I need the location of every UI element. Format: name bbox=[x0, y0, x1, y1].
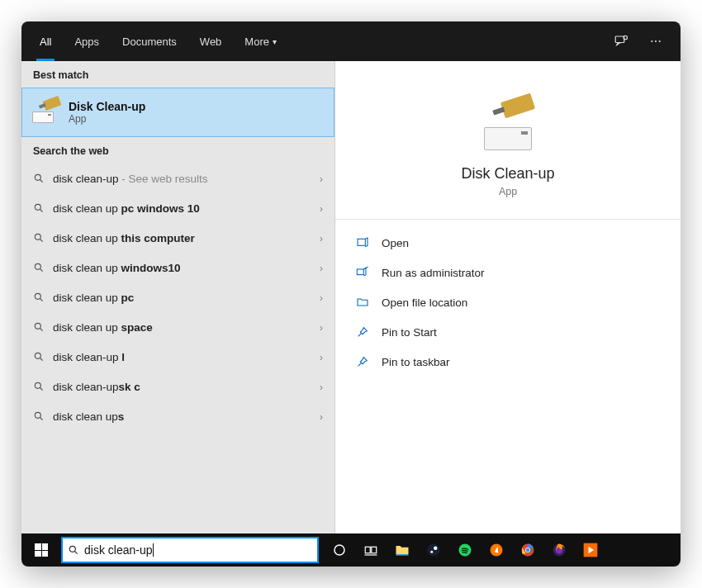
svg-point-19 bbox=[35, 382, 40, 388]
open-icon bbox=[355, 235, 370, 250]
taskbar-explorer-icon[interactable] bbox=[387, 533, 418, 567]
web-suggestion[interactable]: disk clean ups› bbox=[21, 401, 334, 431]
svg-point-13 bbox=[35, 293, 40, 299]
taskbar-chrome-icon[interactable] bbox=[512, 533, 543, 567]
svg-line-10 bbox=[40, 239, 43, 242]
preview-app-icon bbox=[479, 101, 537, 150]
svg-line-12 bbox=[40, 269, 43, 272]
search-web-label: Search the web bbox=[21, 137, 334, 164]
taskbar-search[interactable]: disk clean-up bbox=[61, 537, 319, 563]
svg-point-21 bbox=[35, 412, 40, 418]
preview-panel: Disk Clean-up App OpenRun as administrat… bbox=[335, 61, 681, 533]
admin-icon bbox=[355, 265, 370, 280]
pin-icon bbox=[355, 325, 370, 339]
tab-more[interactable]: More▾ bbox=[233, 21, 288, 61]
folder-icon bbox=[355, 295, 370, 310]
taskbar-cortana-icon[interactable] bbox=[324, 533, 355, 567]
search-icon bbox=[63, 544, 84, 556]
svg-point-33 bbox=[430, 551, 433, 553]
svg-line-20 bbox=[40, 388, 43, 391]
action-pin-to-start[interactable]: Pin to Start bbox=[335, 317, 681, 347]
web-suggestion[interactable]: disk clean up space› bbox=[21, 312, 334, 342]
tab-web[interactable]: Web bbox=[188, 21, 234, 61]
svg-point-32 bbox=[434, 547, 438, 551]
action-pin-to-taskbar[interactable]: Pin to taskbar bbox=[335, 347, 681, 377]
action-run-as-administrator[interactable]: Run as administrator bbox=[335, 258, 681, 287]
svg-point-2 bbox=[651, 40, 652, 42]
best-match-sub: App bbox=[69, 113, 145, 125]
start-button[interactable] bbox=[21, 533, 61, 567]
svg-line-18 bbox=[40, 358, 43, 361]
action-open-file-location[interactable]: Open file location bbox=[335, 287, 681, 317]
svg-point-31 bbox=[428, 544, 440, 557]
taskbar-firefox-icon[interactable] bbox=[543, 533, 575, 567]
web-suggestion[interactable]: disk clean up this computer› bbox=[21, 223, 334, 253]
action-open[interactable]: Open bbox=[335, 228, 681, 258]
web-suggestion[interactable]: disk clean-upsk c› bbox=[21, 372, 334, 401]
taskbar-steam-icon[interactable] bbox=[418, 533, 449, 567]
best-match-title: Disk Clean-up bbox=[69, 100, 145, 113]
svg-rect-0 bbox=[615, 36, 624, 43]
svg-point-25 bbox=[69, 546, 75, 552]
svg-point-7 bbox=[35, 204, 40, 210]
tab-documents[interactable]: Documents bbox=[111, 21, 188, 61]
disk-cleanup-icon bbox=[32, 102, 60, 123]
preview-title: Disk Clean-up bbox=[461, 165, 554, 183]
svg-line-16 bbox=[40, 329, 43, 331]
taskbar-spotify-icon[interactable] bbox=[449, 533, 481, 567]
svg-line-6 bbox=[40, 180, 43, 183]
pin-icon bbox=[355, 354, 370, 369]
web-suggestion[interactable]: disk clean-up l› bbox=[21, 342, 334, 372]
best-match-item[interactable]: Disk Clean-up App bbox=[21, 88, 334, 137]
feedback-icon[interactable] bbox=[611, 31, 631, 51]
web-suggestion[interactable]: disk clean-up - See web results› bbox=[21, 164, 334, 193]
preview-sub: App bbox=[499, 186, 517, 197]
best-match-label: Best match bbox=[21, 61, 334, 88]
results-panel: Best match Disk Clean-up App Search the … bbox=[21, 61, 335, 533]
svg-point-38 bbox=[526, 548, 530, 552]
web-suggestion[interactable]: disk clean up windows10› bbox=[21, 253, 334, 282]
svg-point-27 bbox=[334, 545, 344, 555]
svg-point-11 bbox=[35, 263, 40, 269]
tab-all[interactable]: All bbox=[28, 21, 63, 61]
svg-point-4 bbox=[659, 40, 661, 42]
svg-line-8 bbox=[40, 210, 43, 212]
more-options-icon[interactable] bbox=[646, 31, 666, 51]
windows-logo-icon bbox=[35, 543, 48, 557]
svg-rect-29 bbox=[372, 547, 377, 553]
svg-line-14 bbox=[40, 299, 43, 301]
svg-point-5 bbox=[35, 174, 40, 180]
search-value: disk clean-up bbox=[84, 543, 153, 557]
svg-point-17 bbox=[35, 353, 40, 358]
taskbar-avast-icon[interactable] bbox=[481, 533, 512, 567]
taskbar-groove-icon[interactable] bbox=[575, 533, 606, 567]
search-tabs: All Apps Documents Web More▾ bbox=[21, 21, 681, 61]
taskbar: disk clean-up bbox=[21, 533, 681, 567]
taskbar-taskview-icon[interactable] bbox=[355, 533, 387, 567]
web-suggestion[interactable]: disk clean up pc› bbox=[21, 282, 334, 312]
svg-rect-28 bbox=[365, 547, 370, 553]
svg-line-22 bbox=[40, 418, 43, 420]
tab-apps[interactable]: Apps bbox=[63, 21, 111, 61]
svg-line-26 bbox=[75, 552, 78, 554]
svg-rect-24 bbox=[357, 269, 363, 275]
web-suggestion[interactable]: disk clean up pc windows 10› bbox=[21, 193, 334, 223]
svg-point-3 bbox=[655, 40, 657, 42]
svg-rect-23 bbox=[358, 239, 365, 245]
svg-point-15 bbox=[35, 323, 40, 329]
svg-point-9 bbox=[35, 234, 40, 239]
